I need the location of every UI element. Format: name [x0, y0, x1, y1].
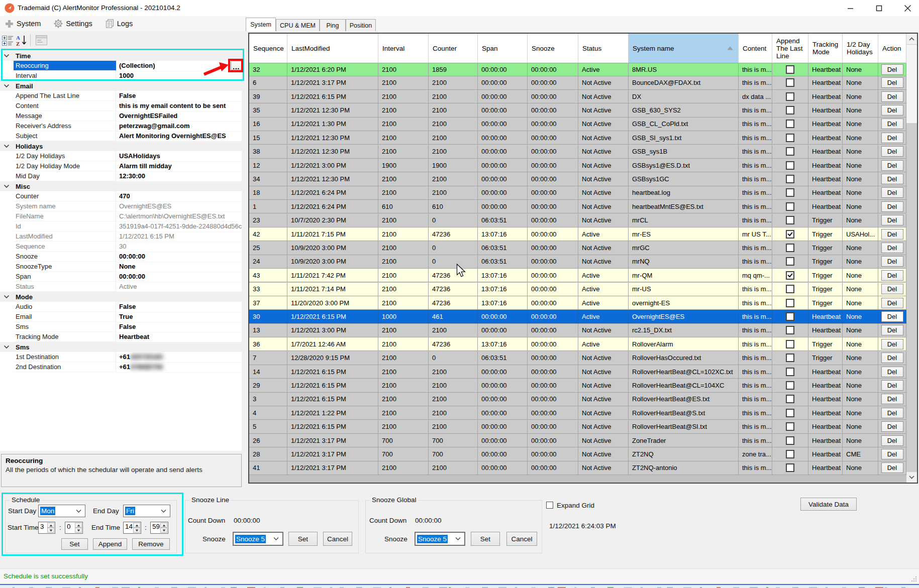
property-item-1st-destination[interactable]: 1st Destination+61425725183: [0, 352, 242, 362]
grid-cell-span[interactable]: 00:00:00: [478, 365, 528, 379]
maximize-button[interactable]: [867, 0, 890, 16]
grid-cell-span[interactable]: 00:00:00: [478, 379, 528, 392]
property-item-tracking-mode[interactable]: Tracking ModeHeartbeat: [0, 332, 242, 342]
grid-cell-modified[interactable]: 1/12/2021 3:17 PM: [287, 434, 378, 447]
grid-cell-counter[interactable]: 47236: [429, 227, 478, 241]
grid-cell-span[interactable]: 00:00:00: [478, 434, 528, 447]
grid-cell-seq[interactable]: 42: [249, 227, 287, 241]
grid-cell-system[interactable]: heartbeat.log: [629, 186, 739, 200]
grid-cell-content[interactable]: this is m...: [739, 76, 772, 90]
delete-row-button[interactable]: Del: [881, 435, 903, 446]
column-header-content[interactable]: Content: [739, 34, 772, 63]
grid-cell-tracking[interactable]: Heartbeat: [808, 420, 843, 434]
delete-row-button[interactable]: Del: [881, 408, 903, 418]
grid-cell-content[interactable]: this is m...: [739, 214, 772, 227]
property-item-snooze[interactable]: Snooze00:00:00: [0, 252, 242, 262]
property-item-status[interactable]: StatusActive: [0, 282, 242, 292]
grid-cell-modified[interactable]: 1/12/2021 6:15 PM: [287, 90, 378, 103]
grid-cell-counter[interactable]: 2100: [429, 324, 478, 337]
grid-cell-status[interactable]: Not Active: [578, 379, 629, 392]
grid-cell-content[interactable]: this is m...: [739, 434, 772, 447]
append-last-line-checkbox[interactable]: [786, 381, 794, 390]
grid-cell-tracking[interactable]: Heartbeat: [808, 117, 843, 131]
grid-cell-status[interactable]: Not Active: [578, 90, 629, 103]
grid-cell-holidays[interactable]: None: [843, 393, 878, 406]
grid-cell-seq[interactable]: 16: [249, 117, 287, 131]
grid-cell-status[interactable]: Active: [578, 227, 629, 241]
grid-cell-holidays[interactable]: None: [843, 337, 878, 351]
grid-cell-span[interactable]: 00:00:00: [478, 103, 528, 117]
tab-position[interactable]: Position: [346, 19, 376, 31]
grid-cell-system[interactable]: overnight-ES: [629, 296, 739, 310]
grid-cell-system[interactable]: GSB_630_SYS2: [629, 103, 739, 117]
delete-row-button[interactable]: Del: [881, 284, 903, 294]
property-category-holidays[interactable]: Holidays: [0, 141, 242, 151]
grid-cell-seq[interactable]: 25: [249, 241, 287, 255]
delete-row-button[interactable]: Del: [881, 380, 903, 391]
grid-cell-content[interactable]: mq qm-...: [739, 269, 772, 282]
grid-cell-status[interactable]: Active: [578, 296, 629, 310]
tab-system[interactable]: System: [246, 18, 276, 31]
grid-cell-snooze[interactable]: 00:00:00: [528, 103, 578, 117]
snooze-global-combobox[interactable]: Snooze 5: [415, 532, 465, 546]
delete-row-button[interactable]: Del: [881, 352, 903, 363]
grid-cell-status[interactable]: Not Active: [578, 255, 629, 269]
grid-cell-seq[interactable]: 13: [249, 324, 287, 337]
grid-cell-seq[interactable]: 5: [249, 420, 287, 434]
grid-cell-seq[interactable]: 15: [249, 131, 287, 145]
grid-cell-span[interactable]: 00:00:00: [478, 186, 528, 200]
menu-item-system[interactable]: System: [5, 20, 41, 28]
tab-ping[interactable]: Ping: [320, 19, 346, 31]
grid-cell-content[interactable]: this is m...: [739, 131, 772, 145]
grid-cell-snooze[interactable]: 00:00:00: [528, 461, 578, 475]
append-last-line-checkbox[interactable]: [786, 106, 794, 114]
grid-cell-modified[interactable]: 1/11/2021 7:42 PM: [287, 269, 378, 282]
grid-cell-snooze[interactable]: 00:00:00: [528, 241, 578, 255]
delete-row-button[interactable]: Del: [881, 243, 903, 253]
grid-cell-span[interactable]: 00:00:00: [478, 420, 528, 434]
grid-cell-holidays[interactable]: None: [843, 255, 878, 269]
append-last-line-checkbox[interactable]: [786, 175, 794, 183]
property-category-email[interactable]: Email: [0, 81, 242, 91]
append-last-line-checkbox[interactable]: [786, 463, 794, 472]
property-item-1-2-day-holidays[interactable]: 1/2 Day HolidaysUSAHolidays: [0, 151, 242, 161]
grid-cell-counter[interactable]: 700: [429, 434, 478, 447]
grid-cell-holidays[interactable]: None: [843, 117, 878, 131]
grid-cell-snooze[interactable]: 00:00:00: [528, 406, 578, 420]
grid-cell-status[interactable]: Not Active: [578, 324, 629, 337]
grid-cell-interval[interactable]: 2100: [378, 393, 429, 406]
grid-cell-holidays[interactable]: None: [843, 103, 878, 117]
grid-cell-tracking[interactable]: Heartbeat: [808, 63, 843, 76]
grid-cell-counter[interactable]: 2100: [429, 365, 478, 379]
grid-cell-tracking[interactable]: Trigger: [808, 351, 843, 365]
grid-cell-interval[interactable]: 2100: [378, 296, 429, 310]
grid-cell-span[interactable]: 00:00:00: [478, 200, 528, 213]
grid-cell-seq[interactable]: 36: [249, 337, 287, 351]
grid-cell-system[interactable]: DX: [629, 90, 739, 103]
grid-cell-span[interactable]: 00:00:00: [478, 172, 528, 186]
grid-cell-counter[interactable]: 2100: [429, 406, 478, 420]
grid-cell-interval[interactable]: 2100: [378, 63, 429, 76]
grid-cell-system[interactable]: BounceDAX@FDAX.txt: [629, 76, 739, 90]
grid-cell-seq[interactable]: 29: [249, 379, 287, 392]
grid-cell-status[interactable]: Not Active: [578, 461, 629, 475]
grid-cell-modified[interactable]: 1/12/2021 3:17 PM: [287, 461, 378, 475]
delete-row-button[interactable]: Del: [881, 325, 903, 335]
property-item-2nd-destination[interactable]: 2nd Destination+61478585756: [0, 362, 242, 372]
grid-cell-counter[interactable]: 2100: [429, 117, 478, 131]
grid-cell-seq[interactable]: 12: [249, 159, 287, 172]
grid-cell-interval[interactable]: 1900: [378, 159, 429, 172]
grid-cell-status[interactable]: Not Active: [578, 214, 629, 227]
column-header-counter[interactable]: Counter: [429, 34, 478, 63]
delete-row-button[interactable]: Del: [881, 229, 903, 240]
grid-cell-snooze[interactable]: 00:00:00: [528, 145, 578, 159]
grid-cell-content[interactable]: this is m...: [739, 117, 772, 131]
grid-cell-status[interactable]: Not Active: [578, 406, 629, 420]
grid-cell-span[interactable]: 00:00:00: [478, 76, 528, 90]
grid-cell-interval[interactable]: 2100: [378, 420, 429, 434]
grid-cell-snooze[interactable]: 00:00:00: [528, 379, 578, 392]
grid-cell-holidays[interactable]: None: [843, 241, 878, 255]
grid-cell-counter[interactable]: 2100: [429, 76, 478, 90]
grid-cell-span[interactable]: 06:03:51: [478, 351, 528, 365]
delete-row-button[interactable]: Del: [881, 367, 903, 377]
